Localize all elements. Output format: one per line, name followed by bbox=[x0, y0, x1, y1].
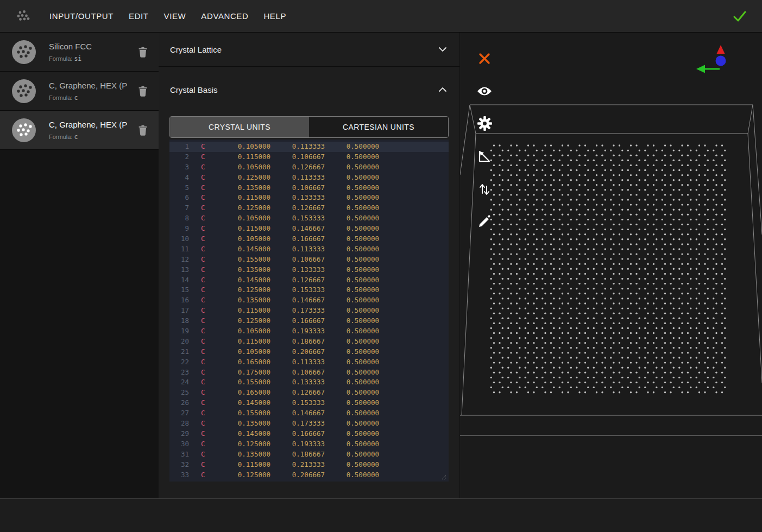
basis-cell-vz: 0.500000 bbox=[325, 439, 379, 449]
basis-cell-el: C bbox=[201, 213, 211, 224]
crystal-lattice-title: Crystal Lattice bbox=[170, 45, 222, 54]
unit-cell-wireframe bbox=[460, 105, 762, 435]
basis-row[interactable]: 27C0.1550000.1466670.500000 bbox=[169, 408, 449, 419]
measure-tool-button[interactable] bbox=[474, 145, 495, 167]
basis-row[interactable]: 21C0.1050000.2066670.500000 bbox=[169, 347, 449, 357]
tab-cartesian-units[interactable]: CARTESIAN UNITS bbox=[309, 117, 448, 137]
basis-cell-vx: 0.165000 bbox=[211, 388, 270, 398]
chevron-up-icon[interactable] bbox=[439, 87, 446, 92]
delete-material-button[interactable] bbox=[136, 123, 150, 137]
basis-row[interactable]: 23C0.1750000.1066670.500000 bbox=[169, 368, 449, 378]
basis-cell-ln: 27 bbox=[169, 408, 189, 419]
material-item-1[interactable]: C, Graphene, HEX (PFormula:c bbox=[0, 72, 159, 111]
basis-row[interactable]: 10C0.1050000.1666670.500000 bbox=[169, 234, 449, 244]
basis-cell-vy: 0.146667 bbox=[270, 224, 325, 234]
material-item-0[interactable]: Silicon FCCFormula:si bbox=[0, 33, 159, 72]
basis-coordinates-editor[interactable]: 1C0.1050000.1133330.5000002C0.1150000.10… bbox=[169, 140, 449, 482]
basis-row[interactable]: 31C0.1350000.1866670.500000 bbox=[169, 449, 449, 460]
basis-row[interactable]: 19C0.1050000.1933330.500000 bbox=[169, 326, 449, 337]
basis-cell-vz: 0.500000 bbox=[325, 183, 379, 193]
basis-row[interactable]: 28C0.1350000.1733330.500000 bbox=[169, 419, 449, 429]
basis-cell-vz: 0.500000 bbox=[325, 408, 379, 419]
basis-row[interactable]: 25C0.1650000.1266670.500000 bbox=[169, 388, 449, 398]
basis-cell-vx: 0.125000 bbox=[211, 173, 270, 183]
basis-cell-vx: 0.125000 bbox=[211, 470, 270, 480]
basis-cell-vy: 0.133333 bbox=[270, 377, 325, 388]
basis-cell-vz: 0.500000 bbox=[325, 152, 379, 162]
basis-cell-vy: 0.106667 bbox=[270, 255, 325, 265]
basis-row[interactable]: 1C0.1050000.1133330.500000 bbox=[169, 142, 449, 152]
menu-edit[interactable]: EDIT bbox=[129, 11, 149, 21]
basis-row[interactable]: 11C0.1450000.1133330.500000 bbox=[169, 244, 449, 255]
basis-cell-vy: 0.106667 bbox=[270, 183, 325, 193]
basis-cell-el: C bbox=[201, 357, 211, 368]
basis-row[interactable]: 30C0.1250000.1933330.500000 bbox=[169, 439, 449, 449]
basis-row[interactable]: 5C0.1350000.1066670.500000 bbox=[169, 183, 449, 193]
menu-input-output[interactable]: INPUT/OUTPUT bbox=[49, 11, 114, 21]
chevron-down-icon[interactable] bbox=[439, 47, 446, 52]
delete-material-button[interactable] bbox=[136, 84, 150, 98]
basis-row[interactable]: 3C0.1050000.1266670.500000 bbox=[169, 162, 449, 173]
basis-row[interactable]: 2C0.1150000.1066670.500000 bbox=[169, 152, 449, 162]
menu-view[interactable]: VIEW bbox=[164, 11, 186, 21]
delete-material-button[interactable] bbox=[136, 45, 150, 59]
menu-help[interactable]: HELP bbox=[263, 11, 286, 21]
edit-structure-button[interactable] bbox=[474, 211, 495, 232]
basis-cell-ln: 13 bbox=[169, 265, 189, 275]
structure-3d-viewport[interactable] bbox=[460, 33, 762, 498]
material-item-2[interactable]: C, Graphene, HEX (PFormula:c bbox=[0, 111, 159, 150]
viewer-settings-button[interactable] bbox=[474, 112, 495, 134]
basis-cell-vy: 0.153333 bbox=[270, 398, 325, 408]
basis-row[interactable]: 18C0.1250000.1666670.500000 bbox=[169, 316, 449, 326]
close-viewer-button[interactable] bbox=[474, 48, 495, 69]
material-formula: Formula:si bbox=[49, 55, 136, 62]
basis-row[interactable]: 29C0.1450000.1666670.500000 bbox=[169, 429, 449, 439]
crystal-lattice-section-header[interactable]: Crystal Lattice bbox=[159, 33, 459, 67]
basis-row[interactable]: 24C0.1550000.1333330.500000 bbox=[169, 377, 449, 388]
swap-vertical-icon bbox=[477, 182, 492, 196]
basis-cell-ln: 2 bbox=[169, 152, 189, 162]
basis-row[interactable]: 16C0.1350000.1466670.500000 bbox=[169, 295, 449, 306]
basis-row[interactable]: 13C0.1350000.1333330.500000 bbox=[169, 265, 449, 275]
resize-handle-icon[interactable] bbox=[442, 475, 446, 480]
basis-cell-el: C bbox=[201, 337, 211, 347]
toggle-visibility-button[interactable] bbox=[474, 80, 495, 102]
basis-cell-vx: 0.125000 bbox=[211, 316, 270, 326]
basis-row[interactable]: 33C0.1250000.2066670.500000 bbox=[169, 470, 449, 480]
basis-cell-vz: 0.500000 bbox=[325, 234, 379, 244]
basis-cell-vz: 0.500000 bbox=[325, 368, 379, 378]
basis-cell-vy: 0.146667 bbox=[270, 295, 325, 306]
basis-row[interactable]: 32C0.1150000.2133330.500000 bbox=[169, 460, 449, 470]
basis-cell-ln: 6 bbox=[169, 193, 189, 203]
basis-cell-vz: 0.500000 bbox=[325, 265, 379, 275]
basis-row[interactable]: 12C0.1550000.1066670.500000 bbox=[169, 255, 449, 265]
basis-row[interactable]: 14C0.1450000.1266670.500000 bbox=[169, 275, 449, 286]
swap-axes-button[interactable] bbox=[474, 178, 495, 200]
basis-row[interactable]: 26C0.1450000.1533330.500000 bbox=[169, 398, 449, 408]
basis-row[interactable]: 9C0.1150000.1466670.500000 bbox=[169, 224, 449, 234]
menu-advanced[interactable]: ADVANCED bbox=[201, 11, 248, 21]
basis-cell-el: C bbox=[201, 368, 211, 378]
basis-cell-el: C bbox=[201, 460, 211, 470]
basis-row[interactable]: 22C0.1650000.1133330.500000 bbox=[169, 357, 449, 368]
basis-row[interactable]: 8C0.1050000.1533330.500000 bbox=[169, 213, 449, 224]
basis-cell-el: C bbox=[201, 316, 211, 326]
tab-crystal-units[interactable]: CRYSTAL UNITS bbox=[170, 117, 309, 137]
basis-row[interactable]: 6C0.1150000.1333330.500000 bbox=[169, 193, 449, 203]
basis-cell-vy: 0.213333 bbox=[270, 460, 325, 470]
crystal-basis-section-header[interactable]: Crystal Basis bbox=[159, 67, 459, 112]
main-menu: INPUT/OUTPUT EDIT VIEW ADVANCED HELP bbox=[49, 11, 286, 21]
crystal-scene-canvas[interactable] bbox=[460, 33, 762, 498]
basis-cell-el: C bbox=[201, 295, 211, 306]
basis-row[interactable]: 7C0.1250000.1266670.500000 bbox=[169, 203, 449, 213]
basis-cell-ln: 4 bbox=[169, 173, 189, 183]
basis-row[interactable]: 20C0.1150000.1866670.500000 bbox=[169, 337, 449, 347]
basis-row[interactable]: 4C0.1250000.1133330.500000 bbox=[169, 173, 449, 183]
basis-row[interactable]: 17C0.1150000.1733330.500000 bbox=[169, 306, 449, 316]
basis-cell-vx: 0.135000 bbox=[211, 419, 270, 429]
basis-cell-vx: 0.135000 bbox=[211, 295, 270, 306]
basis-cell-ln: 22 bbox=[169, 357, 189, 368]
confirm-button[interactable] bbox=[730, 7, 749, 26]
basis-row[interactable]: 15C0.1250000.1533330.500000 bbox=[169, 285, 449, 295]
basis-cell-ln: 20 bbox=[169, 337, 189, 347]
